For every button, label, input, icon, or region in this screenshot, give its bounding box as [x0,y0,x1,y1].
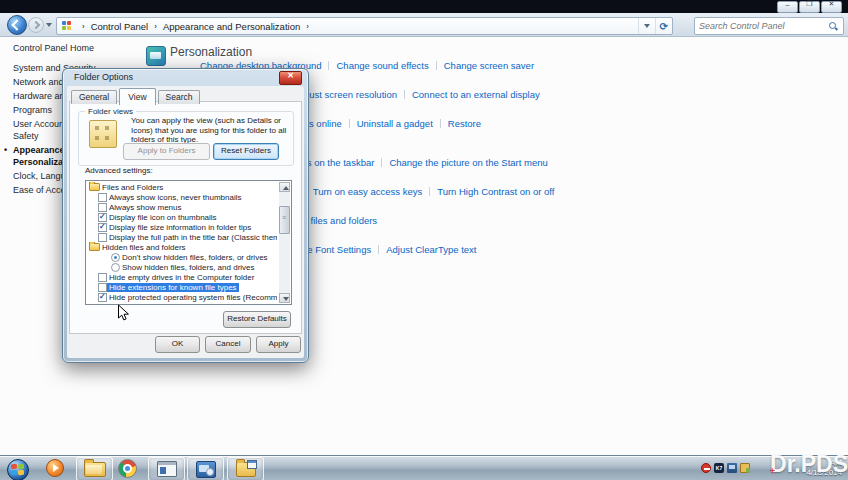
task-link-change-sound-effects[interactable]: Change sound effects [336,60,428,71]
media-player-icon[interactable] [46,459,64,477]
reset-folders-button[interactable]: Reset Folders [213,143,279,160]
scrollbar-thumb[interactable] [279,206,290,234]
forward-button[interactable] [28,17,44,33]
search-box [694,17,844,35]
folder-icon[interactable] [89,183,100,191]
list-item-don-t-show-hidden-files-folders-or-drives[interactable]: Don't show hidden files, folders, or dri… [87,252,277,262]
breadcrumb-separator-icon [306,22,309,31]
breadcrumb-control-panel[interactable]: Control Panel [91,21,149,32]
list-item-label: Display the full path in the title bar (… [107,233,277,242]
address-dropdown-icon[interactable] [638,18,655,34]
divider [328,61,329,70]
task-link-adjust-cleartype-text[interactable]: Adjust ClearType text [386,244,476,255]
scroll-down-icon[interactable] [279,293,290,303]
checkbox-icon[interactable] [98,223,107,232]
task-link-uninstall-a-gadget[interactable]: Uninstall a gadget [357,118,433,129]
tab-search[interactable]: Search [158,90,201,104]
scroll-up-icon[interactable] [279,182,290,192]
display-settings-glyph [196,461,216,478]
folder-views-icon [89,120,117,148]
taskbar: K7 AM 4/18/2014 + Dr.PDS [0,455,848,480]
breadcrumb-appearance-personalization[interactable]: Appearance and Personalization [163,21,300,32]
list-item-hide-empty-drives-in-the-computer-folder[interactable]: Hide empty drives in the Computer folder [87,272,277,282]
app-window-icon[interactable] [148,457,185,480]
checkbox-icon[interactable] [98,273,107,282]
task-link-connect-to-an-external-display[interactable]: Connect to an external display [412,89,540,100]
list-item-files-and-folders[interactable]: Files and Folders [87,182,277,192]
chrome-icon[interactable] [118,459,137,478]
ok-button[interactable]: OK [155,336,200,353]
task-link-turn-on-easy-access-keys[interactable]: Turn on easy access keys [313,186,422,197]
list-item-label: Hide extensions for known file types [107,283,239,292]
task-link-change-screen-saver[interactable]: Change screen saver [444,60,534,71]
task-link-adjust-screen-resolution[interactable]: Adjust screen resolution [296,89,397,100]
search-input[interactable] [695,21,828,31]
checkbox-icon[interactable] [98,213,107,222]
checkbox-icon[interactable] [98,233,107,242]
list-item-display-file-size-information-in-folder-tips[interactable]: Display file size information in folder … [87,222,277,232]
maximize-button[interactable] [799,1,820,13]
shared-folder-icon[interactable] [740,463,750,473]
address-bar[interactable]: Control Panel Appearance and Personaliza… [56,17,673,35]
checkbox-icon[interactable] [98,283,107,292]
app-window-glyph [157,461,177,477]
divider [440,119,441,128]
list-item-label: Hidden files and folders [100,243,188,252]
list-item-label: Display file size information in folder … [107,223,253,232]
k7-antivirus-icon[interactable]: K7 [714,463,724,473]
dialog-tabs: General View Search [71,87,202,104]
list-item-label: Always show icons, never thumbnails [107,193,244,202]
scrollbar[interactable] [279,182,290,303]
minimize-button[interactable] [777,1,798,13]
apply-to-folders-button[interactable]: Apply to Folders [123,143,210,160]
divider [404,90,405,99]
divider [349,119,350,128]
list-item-hidden-files-and-folders[interactable]: Hidden files and folders [87,242,277,252]
list-item-show-hidden-files-folders-and-drives[interactable]: Show hidden files, folders, and drives [87,262,277,272]
task-link-turn-high-contrast-on-or-off[interactable]: Turn High Contrast on or off [437,186,554,197]
list-item-hide-extensions-for-known-file-types[interactable]: Hide extensions for known file types [87,282,277,292]
folder-options-dialog: Folder Options General View Search Folde… [62,68,309,363]
folder-options-icon[interactable] [227,457,264,480]
dialog-close-button[interactable] [279,71,302,85]
divider [436,61,437,70]
tab-view[interactable]: View [119,88,155,105]
windows-explorer-icon[interactable] [76,457,113,480]
mouse-cursor [117,304,130,322]
checkbox-icon[interactable] [98,203,107,212]
back-button[interactable] [7,15,27,35]
computer-monitor-icon[interactable] [727,463,737,473]
stop-sign-icon[interactable] [701,463,711,473]
divider [378,245,379,254]
list-item-hide-protected-operating-system-files-recommended[interactable]: Hide protected operating system files (R… [87,292,277,302]
cancel-button[interactable]: Cancel [205,336,251,353]
window-controls [776,1,842,13]
window-titlebar [0,0,848,13]
search-icon [828,21,839,32]
folder-views-label: Folder views [85,107,136,116]
start-orb-icon[interactable] [7,459,29,480]
checkbox-icon[interactable] [98,293,107,302]
list-item-display-the-full-path-in-the-title-bar-classic-theme-only[interactable]: Display the full path in the title bar (… [87,232,277,242]
history-dropdown-icon[interactable] [46,23,52,27]
dialog-body: General View Search Folder views You can… [67,86,304,358]
radio-icon[interactable] [111,253,120,262]
list-item-always-show-menus[interactable]: Always show menus [87,202,277,212]
folder-icon[interactable] [89,243,100,251]
tab-general[interactable]: General [71,90,117,104]
list-item-label: Files and Folders [100,183,165,192]
apply-button[interactable]: Apply [256,336,301,353]
view-tab-page: Folder views You can apply the view (suc… [69,101,302,334]
refresh-icon[interactable] [655,18,672,34]
watermark: Dr.PDS [770,451,848,478]
radio-icon[interactable] [111,263,120,272]
task-link-change-the-picture-on-the-start-menu[interactable]: Change the picture on the Start menu [389,157,547,168]
display-settings-icon[interactable] [187,457,224,480]
restore-defaults-button[interactable]: Restore Defaults [223,311,291,328]
advanced-settings-list[interactable]: Files and FoldersAlways show icons, neve… [85,180,292,305]
list-item-display-file-icon-on-thumbnails[interactable]: Display file icon on thumbnails [87,212,277,222]
close-button[interactable] [821,1,842,13]
section-heading-personalization[interactable]: Personalization [170,45,252,59]
list-item-always-show-icons-never-thumbnails[interactable]: Always show icons, never thumbnails [87,192,277,202]
checkbox-icon[interactable] [98,193,107,202]
